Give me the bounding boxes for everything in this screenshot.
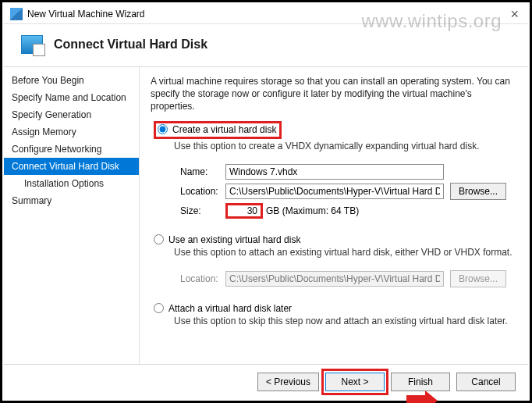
wizard-footer: < Previous Next > Finish Cancel bbox=[4, 364, 528, 399]
wizard-icon bbox=[21, 35, 43, 54]
step-before-you-begin[interactable]: Before You Begin bbox=[4, 72, 139, 89]
option-attach-later: Attach a virtual hard disk later Use thi… bbox=[154, 303, 517, 326]
step-specify-generation[interactable]: Specify Generation bbox=[4, 106, 139, 123]
wizard-steps-sidebar: Before You Begin Specify Name and Locati… bbox=[4, 67, 140, 364]
window-title: New Virtual Machine Wizard bbox=[27, 9, 507, 20]
radio-existing-vhd-label: Use an existing virtual hard disk bbox=[168, 234, 300, 245]
page-header: Connect Virtual Hard Disk bbox=[4, 24, 528, 67]
intro-text: A virtual machine requires storage so th… bbox=[151, 75, 517, 113]
existing-browse-button: Browse... bbox=[450, 270, 506, 287]
option-create-vhd: Create a virtual hard disk Use this opti… bbox=[154, 121, 517, 228]
option-existing-vhd: Use an existing virtual hard disk Use th… bbox=[154, 234, 517, 297]
wizard-window: New Virtual Machine Wizard × www.wintips… bbox=[4, 4, 528, 399]
app-icon bbox=[10, 8, 23, 20]
size-suffix: GB (Maximum: 64 TB) bbox=[266, 205, 359, 216]
next-button[interactable]: Next > bbox=[325, 373, 385, 391]
size-label: Size: bbox=[180, 205, 225, 216]
radio-create-vhd[interactable]: Create a virtual hard disk bbox=[158, 124, 276, 135]
location-label: Location: bbox=[180, 186, 225, 197]
step-connect-vhd[interactable]: Connect Virtual Hard Disk bbox=[4, 158, 139, 175]
existing-location-input bbox=[225, 271, 444, 287]
radio-attach-later-label: Attach a virtual hard disk later bbox=[168, 303, 292, 314]
radio-existing-vhd[interactable]: Use an existing virtual hard disk bbox=[154, 234, 517, 245]
step-specify-name[interactable]: Specify Name and Location bbox=[4, 89, 139, 106]
vhd-location-input[interactable] bbox=[225, 184, 444, 199]
vhd-size-input[interactable] bbox=[225, 203, 263, 219]
titlebar: New Virtual Machine Wizard × bbox=[4, 4, 528, 24]
name-label: Name: bbox=[180, 166, 225, 177]
highlight-create: Create a virtual hard disk bbox=[154, 121, 282, 139]
radio-create-vhd-input[interactable] bbox=[158, 124, 168, 134]
radio-create-vhd-label: Create a virtual hard disk bbox=[172, 124, 276, 135]
radio-attach-later[interactable]: Attach a virtual hard disk later bbox=[154, 303, 517, 314]
previous-button[interactable]: < Previous bbox=[257, 373, 319, 391]
wizard-content: A virtual machine requires storage so th… bbox=[140, 67, 528, 364]
finish-button[interactable]: Finish bbox=[391, 373, 450, 391]
browse-button[interactable]: Browse... bbox=[450, 183, 506, 200]
cancel-button[interactable]: Cancel bbox=[456, 373, 516, 391]
page-title: Connect Virtual Hard Disk bbox=[54, 37, 207, 52]
step-configure-networking[interactable]: Configure Networking bbox=[4, 141, 139, 158]
create-desc: Use this option to create a VHDX dynamic… bbox=[174, 141, 517, 152]
close-icon[interactable]: × bbox=[507, 7, 522, 21]
step-summary[interactable]: Summary bbox=[4, 192, 139, 209]
later-desc: Use this option to skip this step now an… bbox=[174, 316, 517, 326]
existing-location-label: Location: bbox=[180, 273, 225, 284]
step-installation-options[interactable]: Installation Options bbox=[4, 175, 139, 192]
radio-attach-later-input[interactable] bbox=[154, 303, 164, 313]
existing-desc: Use this option to attach an existing vi… bbox=[174, 247, 517, 258]
vhd-name-input[interactable] bbox=[225, 164, 444, 180]
step-assign-memory[interactable]: Assign Memory bbox=[4, 123, 139, 141]
radio-existing-vhd-input[interactable] bbox=[154, 234, 164, 244]
